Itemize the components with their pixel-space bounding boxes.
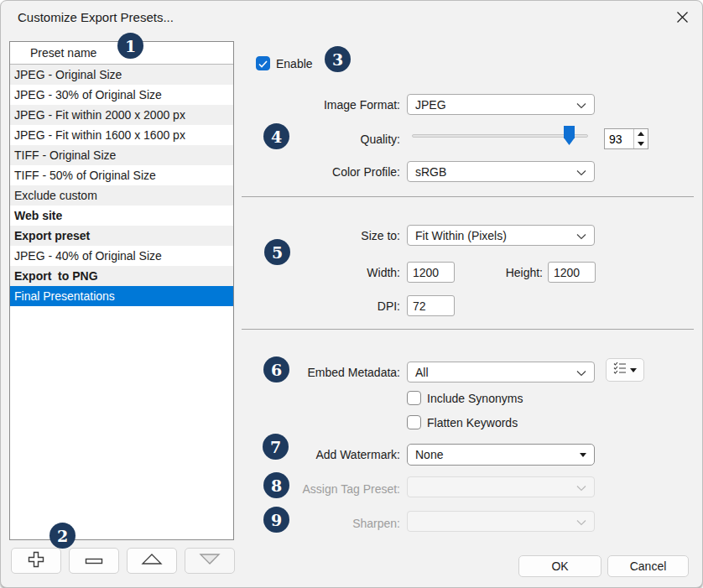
size-to-select[interactable]: Fit Within (Pixels)	[407, 225, 595, 246]
checklist-icon	[613, 362, 627, 378]
annotation-badge-7: 7	[263, 434, 289, 460]
embed-metadata-select[interactable]: All	[407, 362, 595, 382]
annotation-badge-2: 2	[49, 523, 76, 549]
spin-down-icon	[638, 142, 644, 146]
sharpen-select	[407, 511, 595, 532]
add-preset-button[interactable]	[11, 548, 61, 574]
image-format-value: JPEG	[415, 98, 446, 112]
list-item[interactable]: JPEG - Fit within 1600 x 1600 px	[10, 125, 233, 145]
triangle-up-icon	[141, 553, 163, 569]
enable-label: Enable	[276, 57, 313, 70]
section-separator	[242, 196, 694, 197]
list-item[interactable]: Web site	[10, 206, 233, 226]
dpi-label: DPI:	[241, 299, 400, 313]
annotation-badge-9: 9	[263, 507, 289, 533]
ok-button[interactable]: OK	[518, 555, 601, 577]
annotation-badge-8: 8	[263, 472, 289, 498]
chevron-down-icon	[576, 481, 586, 494]
move-down-button[interactable]	[185, 548, 235, 574]
flatten-keywords-checkbox[interactable]	[407, 415, 421, 429]
annotation-badge-3: 3	[325, 46, 351, 72]
cancel-button[interactable]: Cancel	[607, 555, 689, 577]
spin-down-button[interactable]	[634, 139, 648, 149]
annotation-badge-4: 4	[263, 123, 289, 149]
dropdown-arrow-icon	[630, 368, 637, 372]
spin-up-button[interactable]	[634, 129, 648, 139]
section-separator	[242, 329, 694, 330]
customize-export-presets-dialog: Customize Export Presets... Preset name …	[0, 0, 703, 588]
embed-metadata-value: All	[415, 366, 429, 379]
triangle-down-icon	[199, 553, 221, 569]
size-to-value: Fit Within (Pixels)	[415, 229, 507, 242]
list-item[interactable]: Export to PNG	[10, 266, 233, 286]
list-item[interactable]: JPEG - Fit within 2000 x 2000 px	[10, 105, 233, 125]
dropdown-arrow-icon	[580, 453, 586, 457]
list-item[interactable]: JPEG - Original Size	[10, 65, 233, 85]
chevron-down-icon	[576, 229, 586, 242]
color-profile-value: sRGB	[415, 165, 446, 179]
size-to-label: Size to:	[241, 229, 400, 242]
image-format-select[interactable]: JPEG	[407, 94, 595, 115]
annotation-badge-1: 1	[117, 33, 143, 59]
metadata-options-button[interactable]	[606, 358, 644, 382]
close-icon	[676, 11, 689, 27]
preset-rows: JPEG - Original SizeJPEG - 30% of Origin…	[10, 65, 233, 306]
quality-slider-thumb[interactable]	[564, 126, 575, 145]
color-profile-select[interactable]: sRGB	[407, 161, 595, 182]
annotation-badge-6: 6	[263, 356, 289, 382]
annotation-badge-5: 5	[264, 239, 290, 265]
chevron-down-icon	[576, 98, 586, 112]
quality-spinner	[604, 128, 648, 149]
preset-list: Preset name JPEG - Original SizeJPEG - 3…	[9, 41, 234, 540]
height-label: Height:	[459, 266, 543, 279]
quality-slider-track[interactable]	[412, 134, 588, 138]
include-synonyms-checkbox[interactable]	[407, 391, 421, 405]
add-watermark-value: None	[415, 448, 443, 461]
height-input[interactable]	[548, 262, 596, 283]
image-format-label: Image Format:	[241, 98, 400, 112]
remove-preset-button[interactable]	[69, 548, 119, 574]
list-item[interactable]: JPEG - 40% of Original Size	[10, 246, 233, 266]
width-label: Width:	[241, 266, 400, 279]
color-profile-label: Color Profile:	[241, 165, 400, 179]
list-item[interactable]: JPEG - 30% of Original Size	[10, 85, 233, 105]
list-item[interactable]: Export preset	[10, 226, 233, 246]
dpi-input[interactable]	[407, 295, 455, 316]
list-item[interactable]: TIFF - 50% of Original Size	[10, 165, 233, 185]
quality-input[interactable]	[605, 129, 633, 148]
checkmark-icon	[258, 56, 268, 71]
chevron-down-icon	[576, 515, 586, 528]
spin-up-icon	[638, 132, 644, 136]
plus-icon	[27, 550, 45, 572]
close-button[interactable]	[667, 6, 697, 31]
chevron-down-icon	[576, 366, 586, 379]
list-item[interactable]: TIFF - Original Size	[10, 145, 233, 165]
chevron-down-icon	[576, 165, 586, 179]
assign-tag-preset-select	[407, 476, 595, 497]
minus-icon	[84, 554, 104, 569]
list-item[interactable]: Exclude custom	[10, 185, 233, 206]
flatten-keywords-label: Flatten Keywords	[427, 416, 518, 429]
include-synonyms-label: Include Synonyms	[427, 392, 523, 405]
width-input[interactable]	[407, 262, 455, 283]
dialog-title: Customize Export Presets...	[18, 10, 174, 24]
add-watermark-select[interactable]: None	[407, 444, 595, 466]
list-item[interactable]: Final Presentations	[10, 286, 233, 306]
quality-spin-arrows	[633, 129, 648, 148]
move-up-button[interactable]	[127, 548, 177, 574]
enable-checkbox[interactable]	[256, 56, 270, 70]
